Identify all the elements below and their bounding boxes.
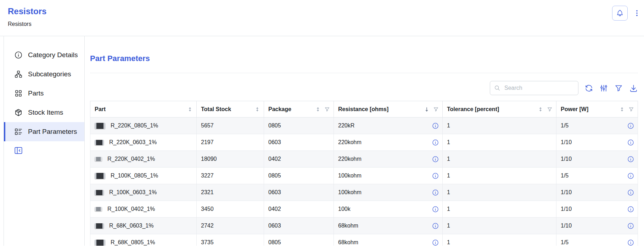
sort-icon[interactable] bbox=[315, 106, 321, 112]
table-row[interactable]: R_220K_0805_1% 5657 0805 220kR 1 1/5 bbox=[90, 117, 638, 134]
column-filter-icon[interactable] bbox=[324, 106, 330, 112]
column-label: Resistance [ohms] bbox=[338, 106, 388, 113]
info-icon[interactable] bbox=[432, 223, 439, 229]
part-thumbnail bbox=[95, 207, 102, 211]
table-row[interactable]: R_100K_0805_1% 3227 0805 100kohm 1 1/5 bbox=[90, 168, 638, 184]
resistance-value: 100k bbox=[338, 206, 351, 212]
notifications-button[interactable] bbox=[612, 6, 628, 21]
resistance-value: 220kR bbox=[338, 122, 354, 129]
info-icon[interactable] bbox=[627, 173, 634, 179]
column-header[interactable]: Resistance [ohms] bbox=[334, 101, 443, 117]
stock-box-icon bbox=[14, 108, 23, 117]
sort-icon[interactable] bbox=[538, 106, 543, 112]
part-name: R_68K_0603_1% bbox=[109, 223, 153, 229]
page-title: Resistors bbox=[8, 6, 644, 16]
column-header[interactable]: Tolerance [percent] bbox=[443, 101, 556, 117]
part-name: R_220K_0603_1% bbox=[109, 139, 157, 146]
breadcrumb[interactable]: Resistors bbox=[8, 21, 32, 27]
column-settings-button[interactable] bbox=[599, 84, 608, 93]
section-title: Part Parameters bbox=[90, 54, 638, 63]
info-icon[interactable] bbox=[627, 223, 634, 229]
sidebar-item-stock-items[interactable]: Stock Items bbox=[4, 103, 84, 122]
sort-icon[interactable] bbox=[254, 106, 260, 112]
power-value: 1/10 bbox=[561, 156, 572, 162]
part-thumbnail bbox=[95, 173, 105, 179]
part-thumbnail bbox=[95, 190, 104, 195]
column-filter-icon[interactable] bbox=[628, 106, 634, 112]
parameters-table: Part Total Stock Package Resistance [ohm… bbox=[90, 101, 638, 246]
info-icon[interactable] bbox=[432, 139, 439, 146]
part-name: R_220K_0805_1% bbox=[111, 122, 158, 129]
table-row[interactable]: R_68K_0805_1% 3735 0805 68kohm 1 1/5 bbox=[90, 234, 638, 246]
sidebar-item-part-parameters[interactable]: Part Parameters bbox=[4, 122, 84, 141]
table-row[interactable]: R_220K_0402_1% 18090 0402 220kohm 1 1/10 bbox=[90, 151, 638, 168]
sidebar: Category Details Subcategories Parts Sto… bbox=[4, 36, 85, 246]
info-icon[interactable] bbox=[627, 139, 634, 146]
main-content: Part Parameters bbox=[85, 36, 644, 246]
sort-icon[interactable] bbox=[187, 106, 193, 112]
resistance-value: 68kohm bbox=[338, 223, 358, 229]
power-value: 1/10 bbox=[561, 189, 572, 196]
filter-button[interactable] bbox=[614, 84, 623, 93]
sidebar-item-label: Subcategories bbox=[28, 70, 71, 78]
info-icon[interactable] bbox=[432, 189, 439, 196]
refresh-button[interactable] bbox=[584, 84, 593, 93]
sort-icon[interactable] bbox=[424, 106, 430, 112]
collapse-sidebar-button[interactable] bbox=[14, 146, 23, 155]
package-value: 0805 bbox=[264, 168, 334, 184]
info-icon[interactable] bbox=[432, 173, 439, 179]
bell-icon bbox=[616, 9, 624, 17]
refresh-icon bbox=[584, 84, 593, 93]
part-thumbnail bbox=[95, 223, 104, 229]
table-body: R_220K_0805_1% 5657 0805 220kR 1 1/5 R_2… bbox=[90, 117, 638, 246]
column-filter-icon[interactable] bbox=[547, 106, 553, 112]
sidebar-item-parts[interactable]: Parts bbox=[4, 84, 84, 103]
sidebar-item-label: Category Details bbox=[28, 51, 78, 59]
info-icon[interactable] bbox=[432, 206, 439, 213]
overflow-menu-button[interactable] bbox=[633, 9, 641, 18]
adjustments-icon bbox=[599, 84, 608, 93]
column-label: Power [W] bbox=[561, 106, 588, 113]
column-header[interactable]: Package bbox=[264, 101, 334, 117]
table-row[interactable]: R_100K_0402_1% 3450 0402 100k 1 1/10 bbox=[90, 201, 638, 218]
column-header[interactable]: Total Stock bbox=[197, 101, 264, 117]
power-value: 1/5 bbox=[561, 173, 569, 179]
tolerance-value: 1 bbox=[443, 151, 556, 168]
table-row[interactable]: R_100K_0603_1% 2321 0603 100kohm 1 1/10 bbox=[90, 184, 638, 201]
info-icon[interactable] bbox=[627, 122, 634, 129]
sort-icon[interactable] bbox=[619, 106, 625, 112]
search-input[interactable] bbox=[504, 84, 575, 92]
tolerance-value: 1 bbox=[443, 234, 556, 246]
part-name: R_220K_0402_1% bbox=[107, 156, 155, 162]
info-icon[interactable] bbox=[627, 206, 634, 213]
info-icon[interactable] bbox=[627, 239, 634, 246]
info-icon[interactable] bbox=[432, 122, 439, 129]
download-button[interactable] bbox=[629, 84, 638, 93]
resistance-value: 100kohm bbox=[338, 189, 362, 196]
divider bbox=[90, 73, 638, 73]
package-value: 0402 bbox=[264, 151, 334, 168]
part-name: R_100K_0805_1% bbox=[111, 173, 158, 179]
info-icon[interactable] bbox=[627, 156, 634, 163]
info-icon[interactable] bbox=[627, 189, 634, 196]
table-row[interactable]: R_68K_0603_1% 2742 0603 68kohm 1 1/10 bbox=[90, 218, 638, 234]
table-header-row: Part Total Stock Package Resistance [ohm… bbox=[90, 101, 638, 117]
total-stock-value: 2197 bbox=[197, 134, 264, 151]
info-icon[interactable] bbox=[432, 156, 439, 163]
column-header[interactable]: Power [W] bbox=[556, 101, 638, 117]
column-filter-icon[interactable] bbox=[433, 106, 439, 112]
power-value: 1/10 bbox=[561, 206, 572, 212]
table-row[interactable]: R_220K_0603_1% 2197 0603 220kohm 1 1/10 bbox=[90, 134, 638, 151]
sidebar-item-subcategories[interactable]: Subcategories bbox=[4, 65, 84, 84]
resistance-value: 220kohm bbox=[338, 139, 362, 146]
sidebar-item-category-details[interactable]: Category Details bbox=[4, 45, 84, 65]
tolerance-value: 1 bbox=[443, 184, 556, 201]
package-value: 0603 bbox=[264, 134, 334, 151]
column-header[interactable]: Part bbox=[90, 101, 197, 117]
sidebar-items: Category Details Subcategories Parts Sto… bbox=[4, 45, 84, 141]
column-label: Package bbox=[268, 106, 291, 113]
info-icon[interactable] bbox=[432, 239, 439, 246]
tolerance-value: 1 bbox=[443, 218, 556, 234]
power-value: 1/5 bbox=[561, 239, 569, 246]
tolerance-value: 1 bbox=[443, 134, 556, 151]
